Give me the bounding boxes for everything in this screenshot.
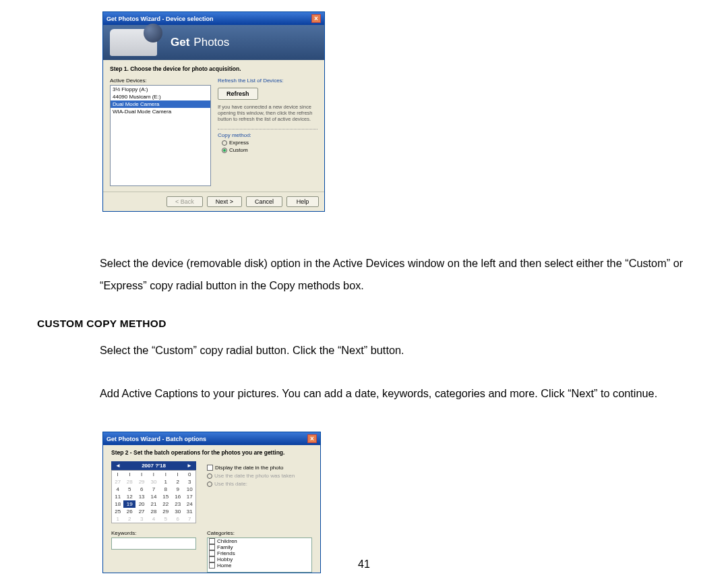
cal-day[interactable]: 23 xyxy=(172,500,184,508)
list-item[interactable]: Dual Mode Camera xyxy=(111,100,210,108)
calendar[interactable]: ◄ 2007 ?'18 ► I I I I I I 0 27 xyxy=(111,461,196,523)
cal-day[interactable]: 6 xyxy=(135,486,148,493)
cal-day[interactable]: 1 xyxy=(160,478,172,486)
chevron-left-icon[interactable]: ◄ xyxy=(115,463,121,469)
banner-photos: Photos xyxy=(193,36,229,49)
cal-day[interactable]: 20 xyxy=(135,500,148,508)
checkbox-icon xyxy=(209,556,215,562)
keywords-label: Keywords: xyxy=(111,530,196,536)
cal-day[interactable]: 24 xyxy=(184,500,196,508)
cancel-button[interactable]: Cancel xyxy=(246,196,282,207)
cal-day[interactable]: 4 xyxy=(148,515,160,523)
cal-day[interactable]: 2 xyxy=(172,478,184,486)
list-item[interactable]: Family xyxy=(209,544,310,550)
cal-day[interactable]: 2 xyxy=(123,515,135,523)
item-label: Home xyxy=(217,562,231,569)
checkbox-icon xyxy=(209,544,215,550)
item-label: Children xyxy=(217,538,237,544)
cal-day[interactable]: 7 xyxy=(184,515,196,523)
cal-day[interactable]: 27 xyxy=(135,508,148,515)
calendar-header: ◄ 2007 ?'18 ► xyxy=(111,461,196,470)
cal-day[interactable]: 5 xyxy=(123,486,135,493)
back-button[interactable]: < Back xyxy=(166,196,203,207)
cal-day[interactable]: 3 xyxy=(135,515,148,523)
cal-day[interactable]: 28 xyxy=(123,478,135,486)
cal-day[interactable]: 18 xyxy=(112,500,124,508)
list-item[interactable]: WIA-Dual Mode Camera xyxy=(111,108,210,115)
close-icon[interactable]: × xyxy=(311,14,321,23)
cal-dow: I xyxy=(135,471,148,479)
list-item[interactable]: 44090 Musicam (E:) xyxy=(111,93,210,100)
cal-dow: 0 xyxy=(184,471,196,479)
cal-day[interactable]: 3 xyxy=(184,478,196,486)
calendar-grid: I I I I I I 0 27 28 29 30 1 2 xyxy=(111,470,196,523)
keywords-input[interactable] xyxy=(111,537,196,550)
radio-use-this-date[interactable]: Use this date: xyxy=(207,481,312,487)
cal-day[interactable]: 29 xyxy=(160,508,172,515)
paragraph: Select the device (removable disk) optio… xyxy=(100,252,694,296)
list-item[interactable]: 3½ Floppy (A:) xyxy=(111,86,210,93)
window-title: Get Photos Wizard - Device selection xyxy=(107,16,213,22)
radio-icon xyxy=(207,482,212,487)
list-item[interactable]: Friends xyxy=(209,550,310,556)
cal-day[interactable]: 6 xyxy=(172,515,184,523)
cal-day[interactable]: 5 xyxy=(160,515,172,523)
cal-day[interactable]: 15 xyxy=(160,493,172,500)
cal-day[interactable]: 8 xyxy=(160,486,172,493)
radio-label: Custom xyxy=(229,147,248,153)
radio-icon xyxy=(222,140,227,146)
chevron-right-icon[interactable]: ► xyxy=(187,463,192,469)
radio-use-taken[interactable]: Use the date the photo was taken xyxy=(207,473,312,479)
cal-day[interactable]: 4 xyxy=(112,486,124,493)
list-item[interactable]: Hobby xyxy=(209,556,310,562)
cal-day[interactable]: 22 xyxy=(160,500,172,508)
radio-label: Express xyxy=(229,140,249,146)
item-label: Hobby xyxy=(217,556,233,562)
checkbox-icon xyxy=(207,465,213,471)
cal-day[interactable]: 30 xyxy=(148,478,160,486)
cal-day[interactable]: 19 xyxy=(123,500,135,508)
window-title: Get Photos Wizard - Batch options xyxy=(107,436,206,442)
cal-day[interactable]: 21 xyxy=(148,500,160,508)
cal-day[interactable]: 11 xyxy=(112,493,124,500)
cal-day[interactable]: 12 xyxy=(123,493,135,500)
titlebar: Get Photos Wizard - Device selection × xyxy=(103,12,324,25)
cal-day[interactable]: 14 xyxy=(148,493,160,500)
checkbox-icon xyxy=(209,538,215,544)
cal-day[interactable]: 16 xyxy=(172,493,184,500)
item-label: Friends xyxy=(217,550,235,556)
list-item[interactable]: Home xyxy=(209,562,310,569)
button-row: < Back Next > Cancel Help xyxy=(103,192,324,211)
page-number: 41 xyxy=(358,558,370,571)
cal-day[interactable]: 1 xyxy=(112,515,124,523)
cal-day[interactable]: 17 xyxy=(184,493,196,500)
item-label: Family xyxy=(217,544,233,550)
wizard-dialog-batch-options: Get Photos Wizard - Batch options × Step… xyxy=(102,432,321,573)
copy-method-label: Copy method: xyxy=(218,132,317,138)
radio-custom[interactable]: Custom xyxy=(222,147,317,153)
refresh-button[interactable]: Refresh xyxy=(218,88,258,100)
categories-list[interactable]: Children Family Friends Hobby Home xyxy=(207,537,312,573)
cal-day[interactable]: 31 xyxy=(184,508,196,515)
cal-day[interactable]: 10 xyxy=(184,486,196,493)
cal-day[interactable]: 30 xyxy=(172,508,184,515)
help-button[interactable]: Help xyxy=(286,196,319,207)
titlebar: Get Photos Wizard - Batch options × xyxy=(103,432,320,445)
cal-dow: I xyxy=(112,471,124,479)
cal-day[interactable]: 29 xyxy=(135,478,148,486)
cal-day[interactable]: 26 xyxy=(123,508,135,515)
refresh-heading: Refresh the List of Devices: xyxy=(218,78,317,84)
list-item[interactable]: Children xyxy=(209,538,310,544)
next-button[interactable]: Next > xyxy=(207,196,242,207)
cal-day[interactable]: 13 xyxy=(135,493,148,500)
cal-dow: I xyxy=(148,471,160,479)
cal-day[interactable]: 25 xyxy=(112,508,124,515)
cal-day[interactable]: 7 xyxy=(148,486,160,493)
cal-day[interactable]: 9 xyxy=(172,486,184,493)
cal-day[interactable]: 28 xyxy=(148,508,160,515)
device-list[interactable]: 3½ Floppy (A:) 44090 Musicam (E:) Dual M… xyxy=(110,85,211,186)
checkbox-display-date[interactable]: Display the date in the photo xyxy=(207,465,312,471)
cal-day[interactable]: 27 xyxy=(112,478,124,486)
close-icon[interactable]: × xyxy=(307,434,317,443)
radio-express[interactable]: Express xyxy=(222,140,317,146)
